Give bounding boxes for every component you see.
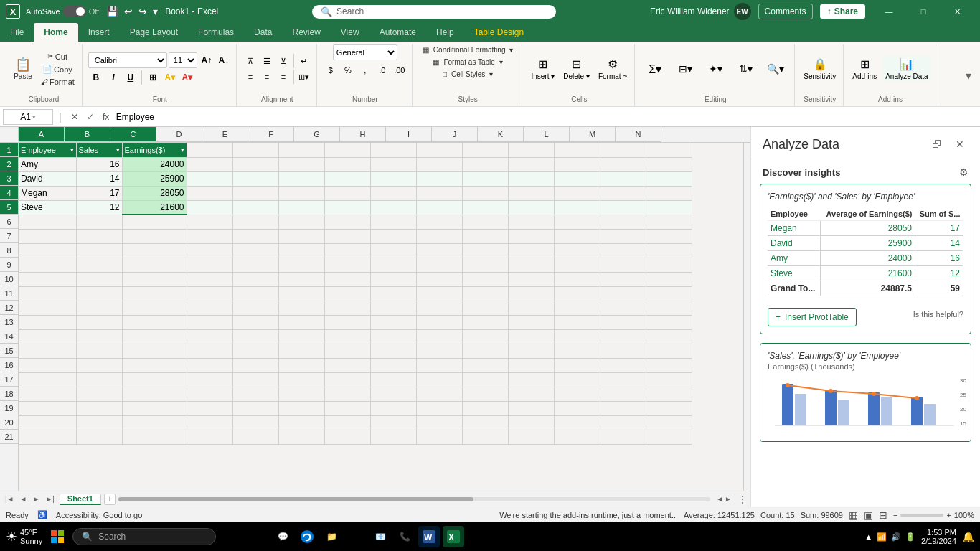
conditional-formatting-button[interactable]: ▦ Conditional Formatting ▾ bbox=[418, 44, 518, 55]
customize-icon[interactable]: ▾ bbox=[151, 4, 159, 19]
cell-B6[interactable] bbox=[76, 215, 122, 229]
minimize-button[interactable]: — bbox=[872, 0, 905, 23]
cell-C1[interactable]: Earnings($) ▾ bbox=[122, 143, 187, 157]
sheet-nav-last[interactable]: ►| bbox=[43, 494, 57, 504]
cell-A10[interactable] bbox=[19, 272, 76, 286]
chevron-up-icon[interactable]: ▲ bbox=[864, 532, 872, 541]
tab-data[interactable]: Data bbox=[244, 23, 282, 42]
row-header-20[interactable]: 20 bbox=[0, 415, 18, 430]
copy-button[interactable]: 📄 Copy bbox=[37, 63, 77, 75]
col-header-H[interactable]: H bbox=[340, 127, 386, 141]
name-box-arrow[interactable]: ▾ bbox=[32, 113, 36, 121]
cell-K1[interactable] bbox=[508, 143, 554, 157]
cell-styles-button[interactable]: □ Cell Styles ▾ bbox=[438, 69, 497, 80]
col-header-I[interactable]: I bbox=[386, 127, 432, 141]
cell-B3[interactable]: 14 bbox=[76, 171, 122, 186]
cell-L3[interactable] bbox=[554, 171, 600, 186]
cell-G1[interactable] bbox=[324, 143, 370, 157]
redo-icon[interactable]: ↪ bbox=[137, 4, 149, 19]
cell-N3[interactable] bbox=[646, 171, 692, 186]
taskbar-chat[interactable]: 💬 bbox=[272, 526, 293, 547]
row-header-14[interactable]: 14 bbox=[0, 329, 18, 344]
zoom-in-button[interactable]: + bbox=[946, 511, 951, 519]
cell-A19[interactable] bbox=[19, 401, 76, 415]
row-header-3[interactable]: 3 bbox=[0, 171, 18, 186]
align-left-button[interactable]: ≡ bbox=[242, 70, 258, 84]
sort-filter-button[interactable]: ⇅▾ bbox=[731, 62, 760, 76]
cell-A13[interactable] bbox=[19, 315, 76, 329]
cell-A7[interactable] bbox=[19, 229, 76, 243]
col-header-L[interactable]: L bbox=[524, 127, 570, 141]
cell-H3[interactable] bbox=[370, 171, 416, 186]
user-avatar[interactable]: EW bbox=[734, 3, 751, 20]
font-size-select[interactable]: 11 bbox=[169, 52, 197, 68]
cell-L5[interactable] bbox=[554, 200, 600, 215]
tab-page-layout[interactable]: Page Layout bbox=[120, 23, 188, 42]
comma-button[interactable]: , bbox=[357, 63, 373, 77]
page-break-view-button[interactable]: ⊟ bbox=[879, 509, 887, 521]
fill-color-button[interactable]: A▾ bbox=[162, 70, 178, 85]
cell-C4[interactable]: 28050 bbox=[122, 186, 187, 200]
cell-K5[interactable] bbox=[508, 200, 554, 215]
cell-A12[interactable] bbox=[19, 301, 76, 315]
cell-E2[interactable] bbox=[232, 157, 278, 171]
cell-K2[interactable] bbox=[508, 157, 554, 171]
taskbar-search[interactable]: 🔍 Search bbox=[72, 528, 216, 545]
cell-G2[interactable] bbox=[324, 157, 370, 171]
cell-M2[interactable] bbox=[600, 157, 646, 171]
row-header-2[interactable]: 2 bbox=[0, 157, 18, 171]
merge-button[interactable]: ⊞▾ bbox=[296, 70, 312, 84]
cell-J5[interactable] bbox=[462, 200, 508, 215]
cell-F4[interactable] bbox=[278, 186, 324, 200]
insights-settings-icon[interactable]: ⚙ bbox=[959, 166, 969, 178]
network-icon[interactable]: 📶 bbox=[877, 532, 887, 542]
fill-button[interactable]: ⊟▾ bbox=[671, 62, 699, 76]
weather-widget[interactable]: ☀ 45°F Sunny bbox=[6, 528, 42, 545]
font-color-button[interactable]: A▾ bbox=[179, 70, 195, 85]
cut-button[interactable]: ✂ Cut bbox=[37, 50, 77, 62]
horizontal-scrollbar-thumb[interactable] bbox=[118, 497, 473, 501]
row-header-19[interactable]: 19 bbox=[0, 401, 18, 415]
col-header-K[interactable]: K bbox=[478, 127, 524, 141]
cell-K3[interactable] bbox=[508, 171, 554, 186]
close-button[interactable]: ✕ bbox=[941, 0, 974, 23]
sheet-nav-prev[interactable]: ◄ bbox=[18, 494, 29, 504]
formula-insert-button[interactable]: fx bbox=[99, 110, 113, 124]
sheet-options-button[interactable]: ⋮ bbox=[735, 494, 750, 505]
scroll-left-button[interactable]: ◄ bbox=[716, 495, 723, 503]
clear-button[interactable]: ✦▾ bbox=[701, 62, 730, 76]
cell-E4[interactable] bbox=[232, 186, 278, 200]
insert-pivot-table-button[interactable]: + Insert PivotTable bbox=[768, 308, 857, 326]
align-top-button[interactable]: ⊼ bbox=[242, 54, 258, 68]
cell-A4[interactable]: Megan bbox=[19, 186, 76, 200]
cell-C2[interactable]: 24000 bbox=[122, 157, 187, 171]
taskbar-store[interactable]: 🛍 bbox=[345, 526, 367, 547]
tab-review[interactable]: Review bbox=[282, 23, 330, 42]
name-box[interactable]: A1 ▾ bbox=[3, 109, 53, 125]
tab-file[interactable]: File bbox=[0, 23, 34, 42]
cell-A21[interactable] bbox=[19, 430, 76, 444]
cell-A11[interactable] bbox=[19, 286, 76, 301]
align-middle-button[interactable]: ☰ bbox=[259, 54, 275, 68]
cell-N2[interactable] bbox=[646, 157, 692, 171]
system-tray[interactable]: ▲ 📶 🔊 🔋 bbox=[864, 532, 915, 542]
tab-formulas[interactable]: Formulas bbox=[188, 23, 244, 42]
cell-A17[interactable] bbox=[19, 372, 76, 387]
taskbar-task-view[interactable]: ⊟ bbox=[223, 526, 245, 547]
cell-L2[interactable] bbox=[554, 157, 600, 171]
formula-cancel-button[interactable]: ✕ bbox=[67, 110, 82, 124]
cell-H4[interactable] bbox=[370, 186, 416, 200]
row-header-5[interactable]: 5 bbox=[0, 200, 18, 215]
page-layout-view-button[interactable]: ▣ bbox=[864, 509, 873, 521]
cell-A9[interactable] bbox=[19, 258, 76, 272]
cell-E5[interactable] bbox=[232, 200, 278, 215]
cell-A16[interactable] bbox=[19, 358, 76, 372]
start-button[interactable] bbox=[47, 526, 68, 547]
cell-I2[interactable] bbox=[416, 157, 462, 171]
maximize-button[interactable]: □ bbox=[907, 0, 940, 23]
tab-automate[interactable]: Automate bbox=[369, 23, 426, 42]
cell-H1[interactable] bbox=[370, 143, 416, 157]
taskbar-excel[interactable]: X bbox=[443, 526, 464, 547]
row-header-6[interactable]: 6 bbox=[0, 215, 18, 229]
employee-filter-arrow[interactable]: ▾ bbox=[70, 146, 74, 154]
